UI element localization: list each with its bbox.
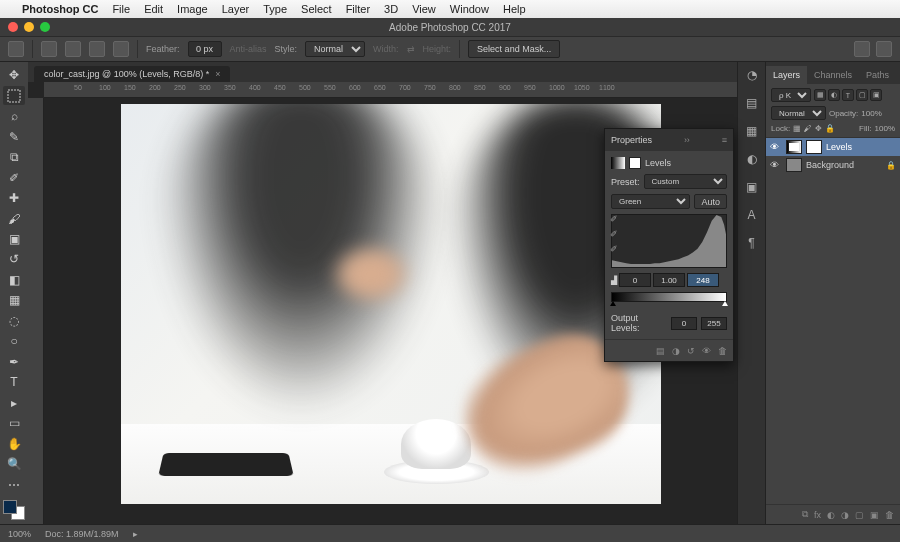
lasso-tool[interactable]: ⌕ — [3, 107, 25, 125]
input-mid-field[interactable] — [653, 273, 685, 287]
black-point-eyedropper-icon[interactable]: ✐ — [610, 214, 622, 226]
output-gradient[interactable] — [611, 292, 727, 302]
document-tab[interactable]: color_cast.jpg @ 100% (Levels, RGB/8) * … — [34, 66, 230, 82]
zoom-tool[interactable]: 🔍 — [3, 455, 25, 473]
close-window-button[interactable] — [8, 22, 18, 32]
menu-3d[interactable]: 3D — [384, 3, 398, 15]
menu-edit[interactable]: Edit — [144, 3, 163, 15]
menu-window[interactable]: Window — [450, 3, 489, 15]
opacity-value[interactable]: 100% — [861, 109, 881, 118]
mask-thumbnail[interactable] — [806, 140, 822, 154]
intersect-selection-icon[interactable] — [113, 41, 129, 57]
clone-tool[interactable]: ▣ — [3, 230, 25, 248]
history-brush-tool[interactable]: ↺ — [3, 250, 25, 268]
color-swatches[interactable] — [3, 500, 25, 520]
menu-file[interactable]: File — [112, 3, 130, 15]
libraries-panel-icon[interactable]: ▣ — [743, 178, 761, 196]
dodge-tool[interactable]: ○ — [3, 332, 25, 350]
foreground-color-swatch[interactable] — [3, 500, 17, 514]
channels-tab[interactable]: Channels — [807, 66, 859, 84]
paragraph-panel-icon[interactable]: ¶ — [743, 234, 761, 252]
clip-to-layer-icon[interactable]: ▤ — [656, 346, 665, 356]
toggle-visibility-icon[interactable]: 👁 — [702, 346, 711, 356]
brush-tool[interactable]: 🖌 — [3, 209, 25, 227]
layer-row[interactable]: 👁 Levels — [766, 138, 900, 156]
minimize-window-button[interactable] — [24, 22, 34, 32]
gradient-tool[interactable]: ▦ — [3, 291, 25, 309]
color-panel-icon[interactable]: ▤ — [743, 94, 761, 112]
lock-transparency-icon[interactable]: ▦ — [793, 124, 801, 133]
visibility-icon[interactable]: 👁 — [770, 142, 782, 152]
mask-icon[interactable] — [629, 157, 641, 169]
paths-tab[interactable]: Paths — [859, 66, 896, 84]
new-group-icon[interactable]: ▢ — [855, 510, 864, 520]
gray-point-eyedropper-icon[interactable]: ✐ — [610, 229, 622, 241]
type-tool[interactable]: T — [3, 373, 25, 391]
vertical-ruler[interactable] — [28, 98, 44, 524]
tool-preset-picker[interactable] — [8, 41, 24, 57]
view-previous-icon[interactable]: ◑ — [672, 346, 680, 356]
layer-row[interactable]: 👁 Background 🔒 — [766, 156, 900, 174]
zoom-level[interactable]: 100% — [8, 529, 31, 539]
new-adjustment-icon[interactable]: ◑ — [841, 510, 849, 520]
filter-adjust-icon[interactable]: ◐ — [828, 89, 840, 101]
hand-tool[interactable]: ✋ — [3, 434, 25, 452]
link-layers-icon[interactable]: ⧉ — [802, 509, 808, 520]
doc-info-arrow-icon[interactable]: ▸ — [133, 529, 138, 539]
menu-image[interactable]: Image — [177, 3, 208, 15]
menu-help[interactable]: Help — [503, 3, 526, 15]
healing-tool[interactable]: ✚ — [3, 189, 25, 207]
output-black-slider[interactable] — [610, 301, 616, 306]
new-selection-icon[interactable] — [41, 41, 57, 57]
histogram[interactable] — [611, 214, 727, 268]
filter-smart-icon[interactable]: ▣ — [870, 89, 882, 101]
horizontal-ruler[interactable]: 50 100 150 200 250 300 350 400 450 500 5… — [44, 82, 737, 98]
add-selection-icon[interactable] — [65, 41, 81, 57]
output-black-field[interactable] — [671, 317, 697, 330]
workspace-switcher-icon[interactable] — [876, 41, 892, 57]
properties-menu-icon[interactable]: ≡ — [722, 135, 727, 145]
search-icon[interactable] — [854, 41, 870, 57]
lock-paint-icon[interactable]: 🖌 — [804, 124, 812, 133]
lock-all-icon[interactable]: 🔒 — [825, 124, 835, 133]
input-black-field[interactable] — [619, 273, 651, 287]
menu-type[interactable]: Type — [263, 3, 287, 15]
style-select[interactable]: Normal — [305, 41, 365, 57]
blur-tool[interactable]: ◌ — [3, 312, 25, 330]
visibility-icon[interactable]: 👁 — [770, 160, 782, 170]
eraser-tool[interactable]: ◧ — [3, 271, 25, 289]
layers-tab[interactable]: Layers — [766, 66, 807, 84]
path-select-tool[interactable]: ▸ — [3, 394, 25, 412]
filter-kind-select[interactable]: ρ Kind — [771, 88, 811, 102]
filter-pixel-icon[interactable]: ▦ — [814, 89, 826, 101]
app-menu[interactable]: Photoshop CC — [22, 3, 98, 15]
doc-info[interactable]: Doc: 1.89M/1.89M — [45, 529, 119, 539]
output-white-field[interactable] — [701, 317, 727, 330]
close-tab-icon[interactable]: × — [215, 69, 220, 79]
edit-toolbar[interactable]: ⋯ — [3, 475, 25, 493]
histogram-icon[interactable]: ▟ — [611, 276, 617, 285]
canvas[interactable] — [121, 104, 661, 504]
eyedropper-tool[interactable]: ✐ — [3, 168, 25, 186]
quick-select-tool[interactable]: ✎ — [3, 127, 25, 145]
menu-filter[interactable]: Filter — [346, 3, 370, 15]
lock-position-icon[interactable]: ✥ — [815, 124, 822, 133]
pen-tool[interactable]: ✒ — [3, 353, 25, 371]
output-white-slider[interactable] — [722, 301, 728, 306]
layer-mask-icon[interactable]: ◐ — [827, 510, 835, 520]
delete-layer-icon[interactable]: 🗑 — [885, 510, 894, 520]
white-point-eyedropper-icon[interactable]: ✐ — [610, 244, 622, 256]
select-and-mask-button[interactable]: Select and Mask... — [468, 40, 560, 58]
channel-select[interactable]: Green — [611, 194, 690, 209]
history-panel-icon[interactable]: ◔ — [743, 66, 761, 84]
zoom-window-button[interactable] — [40, 22, 50, 32]
delete-adjustment-icon[interactable]: 🗑 — [718, 346, 727, 356]
marquee-tool[interactable] — [3, 86, 25, 104]
move-tool[interactable]: ✥ — [3, 66, 25, 84]
layer-style-icon[interactable]: fx — [814, 510, 821, 520]
reset-icon[interactable]: ↺ — [687, 346, 695, 356]
adjustment-thumbnail[interactable] — [786, 140, 802, 154]
blend-mode-select[interactable]: Normal — [771, 106, 826, 120]
menu-select[interactable]: Select — [301, 3, 332, 15]
fill-value[interactable]: 100% — [875, 124, 895, 133]
